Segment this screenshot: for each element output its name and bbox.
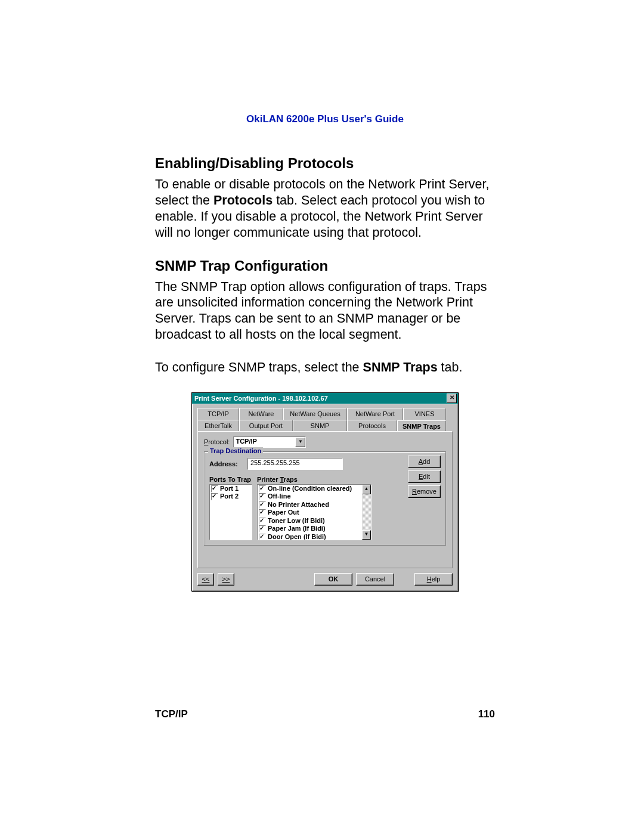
heading-snmp: SNMP Trap Configuration <box>155 258 495 274</box>
checkbox-icon[interactable] <box>211 485 218 493</box>
checkbox-icon[interactable] <box>259 534 266 540</box>
list-item[interactable]: Port 2 <box>210 493 252 501</box>
list-item[interactable]: No Printer Attached <box>258 501 362 509</box>
protocol-dropdown[interactable]: TCP/IP ▼ <box>233 436 306 448</box>
text: tab. <box>438 360 463 374</box>
text: To configure SNMP traps, select the <box>155 360 363 374</box>
tab-netware-queues[interactable]: NetWare Queues <box>283 408 347 420</box>
ok-button[interactable]: OK <box>314 573 352 586</box>
tab-netware[interactable]: NetWare <box>239 408 283 420</box>
add-button[interactable]: Add <box>408 456 441 468</box>
checkbox-icon[interactable] <box>259 493 266 500</box>
heading-protocols: Enabling/Disabling Protocols <box>155 155 495 172</box>
tab-tcpip[interactable]: TCP/IP <box>197 408 239 420</box>
checkbox-icon[interactable] <box>259 525 266 532</box>
tab-ethertalk[interactable]: EtherTalk <box>197 420 239 432</box>
help-button[interactable]: Help <box>414 573 453 586</box>
checkbox-icon[interactable] <box>259 501 266 509</box>
list-item[interactable]: Paper Jam (If Bidi) <box>258 525 362 533</box>
page-footer: TCP/IP 110 <box>155 708 495 720</box>
scrollbar[interactable]: ▲ ▼ <box>362 485 371 540</box>
bold-snmp-traps: SNMP Traps <box>363 360 438 374</box>
address-input[interactable]: 255.255.255.255 <box>247 458 343 470</box>
paragraph-snmp-2: To configure SNMP traps, select the SNMP… <box>155 360 495 376</box>
address-label: Address: <box>209 460 239 467</box>
protocol-label: Protocol: <box>204 438 230 445</box>
ports-to-trap-label: Ports To Trap <box>209 476 252 483</box>
trap-label: Paper Out <box>268 509 299 517</box>
trap-label: Toner Low (If Bidi) <box>268 517 325 525</box>
tab-snmp-traps[interactable]: SNMP Traps <box>397 420 446 432</box>
trap-label: Door Open (If Bidi) <box>268 533 326 540</box>
close-icon[interactable]: ✕ <box>447 394 457 403</box>
bold-protocols: Protocols <box>213 193 273 208</box>
dialog-print-server-config: Print Server Configuration - 198.102.102… <box>191 392 459 592</box>
dialog-titlebar: Print Server Configuration - 198.102.102… <box>192 393 458 404</box>
scroll-up-icon[interactable]: ▲ <box>362 485 371 494</box>
chevron-down-icon[interactable]: ▼ <box>295 437 305 447</box>
printer-traps-label: Printer Traps <box>257 476 371 483</box>
scroll-down-icon[interactable]: ▼ <box>362 530 371 540</box>
ports-listbox[interactable]: Port 1 Port 2 <box>209 484 252 540</box>
printer-traps-listbox[interactable]: On-line (Condition cleared) Off-line No … <box>257 484 371 540</box>
list-item[interactable]: Door Open (If Bidi) <box>258 533 362 540</box>
tab-snmp[interactable]: SNMP <box>293 420 347 432</box>
prev-button[interactable]: << <box>197 573 214 586</box>
tab-vines[interactable]: VINES <box>403 408 446 420</box>
edit-button[interactable]: Edit <box>408 470 441 483</box>
list-item[interactable]: On-line (Condition cleared) <box>258 485 362 493</box>
trap-destination-group: Trap Destination Address: 255.255.255.25… <box>204 451 446 546</box>
list-item[interactable]: Port 1 <box>210 485 252 493</box>
tab-output-port[interactable]: Output Port <box>239 420 293 432</box>
protocol-value: TCP/IP <box>234 437 295 447</box>
footer-page-number: 110 <box>478 708 495 720</box>
tab-row-2: EtherTalk Output Port SNMP Protocols SNM… <box>197 420 453 432</box>
tab-netware-port[interactable]: NetWare Port <box>347 408 403 420</box>
trap-label: No Printer Attached <box>268 501 329 509</box>
next-button[interactable]: >> <box>218 573 234 586</box>
scroll-track[interactable] <box>362 494 371 530</box>
tab-row-1: TCP/IP NetWare NetWare Queues NetWare Po… <box>197 408 453 420</box>
paragraph-protocols: To enable or disable protocols on the Ne… <box>155 176 495 241</box>
dialog-bottom-bar: << >> OK Cancel Help <box>197 573 453 586</box>
port-label: Port 1 <box>220 485 239 493</box>
footer-section: TCP/IP <box>155 708 188 720</box>
list-item[interactable]: Toner Low (If Bidi) <box>258 517 362 525</box>
tab-panel: Protocol: TCP/IP ▼ Trap Destination Addr… <box>197 431 453 568</box>
paragraph-snmp-1: The SNMP Trap option allows configuratio… <box>155 279 495 343</box>
checkbox-icon[interactable] <box>211 493 218 500</box>
tab-protocols[interactable]: Protocols <box>347 420 397 432</box>
cancel-button[interactable]: Cancel <box>356 573 394 586</box>
checkbox-icon[interactable] <box>259 518 266 525</box>
trap-label: Paper Jam (If Bidi) <box>268 525 326 533</box>
list-item[interactable]: Paper Out <box>258 509 362 517</box>
group-title: Trap Destination <box>208 447 263 454</box>
port-label: Port 2 <box>220 493 239 501</box>
checkbox-icon[interactable] <box>259 485 266 493</box>
trap-label: Off-line <box>268 493 291 501</box>
list-item[interactable]: Off-line <box>258 493 362 501</box>
checkbox-icon[interactable] <box>259 509 266 516</box>
guide-title: OkiLAN 6200e Plus User's Guide <box>155 113 495 125</box>
remove-button[interactable]: Remove <box>408 485 441 498</box>
trap-label: On-line (Condition cleared) <box>268 485 352 493</box>
dialog-title: Print Server Configuration - 198.102.102… <box>194 395 328 402</box>
